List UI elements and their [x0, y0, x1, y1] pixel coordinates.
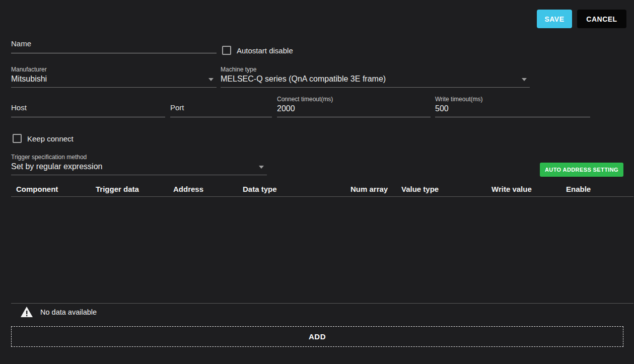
manufacturer-value: Mitsubishi	[11, 74, 217, 84]
add-row-button[interactable]: ADD	[11, 326, 623, 347]
write-timeout-label: Write timeout(ms)	[435, 96, 590, 103]
keep-connect-checkbox-row[interactable]: Keep connect	[13, 134, 74, 143]
write-timeout-field[interactable]: Write timeout(ms) 500	[435, 95, 590, 117]
trigger-method-value: Set by regular expression	[11, 162, 267, 171]
device-config-form: SAVE CANCEL Name Autostart disable Manuf…	[0, 0, 634, 364]
empty-state-message: No data available	[40, 308, 97, 316]
autostart-disable-label: Autostart disable	[237, 46, 293, 55]
column-header-data-type: Data type	[243, 185, 277, 193]
save-button[interactable]: SAVE	[537, 10, 572, 28]
cancel-button[interactable]: CANCEL	[577, 10, 626, 28]
trigger-table-header: Component Trigger data Address Data type…	[11, 182, 633, 197]
connect-timeout-value: 2000	[277, 104, 431, 113]
trigger-method-select[interactable]: Trigger specification method Set by regu…	[11, 153, 267, 175]
column-header-num-array: Num array	[350, 185, 388, 193]
chevron-down-icon	[522, 78, 527, 81]
connect-timeout-label: Connect timeout(ms)	[277, 96, 431, 103]
autostart-disable-checkbox[interactable]	[222, 46, 231, 55]
manufacturer-label: Manufacturer	[11, 66, 217, 73]
name-field[interactable]: Name	[11, 31, 217, 53]
table-bottom-divider	[11, 303, 633, 304]
column-header-enable: Enable	[566, 185, 591, 193]
column-header-address: Address	[173, 185, 203, 193]
manufacturer-select[interactable]: Manufacturer Mitsubishi	[11, 65, 217, 88]
trigger-method-label: Trigger specification method	[11, 154, 267, 161]
warning-icon	[20, 306, 33, 318]
keep-connect-label: Keep connect	[27, 134, 74, 143]
port-field[interactable]: Port	[170, 95, 272, 117]
write-timeout-value: 500	[435, 104, 590, 113]
machine-type-select[interactable]: Machine type MELSEC-Q series (QnA compat…	[221, 65, 530, 88]
machine-type-label: Machine type	[221, 66, 530, 73]
chevron-down-icon	[208, 78, 214, 81]
auto-address-setting-button[interactable]: AUTO ADDRESS SETTING	[540, 163, 623, 177]
keep-connect-checkbox[interactable]	[13, 134, 22, 143]
autostart-disable-checkbox-row[interactable]: Autostart disable	[222, 46, 293, 55]
machine-type-value: MELSEC-Q series (QnA compatible 3E frame…	[221, 74, 530, 84]
host-field[interactable]: Host	[11, 95, 165, 117]
column-header-value-type: Value type	[401, 185, 439, 193]
column-header-trigger-data: Trigger data	[96, 185, 139, 193]
port-field-label: Port	[170, 103, 272, 112]
column-header-write-value: Write value	[491, 185, 532, 193]
empty-state: No data available	[20, 306, 97, 319]
chevron-down-icon	[259, 166, 264, 169]
connect-timeout-field[interactable]: Connect timeout(ms) 2000	[277, 95, 431, 117]
name-field-label: Name	[11, 39, 217, 48]
host-field-label: Host	[11, 103, 165, 112]
column-header-component: Component	[16, 185, 58, 193]
